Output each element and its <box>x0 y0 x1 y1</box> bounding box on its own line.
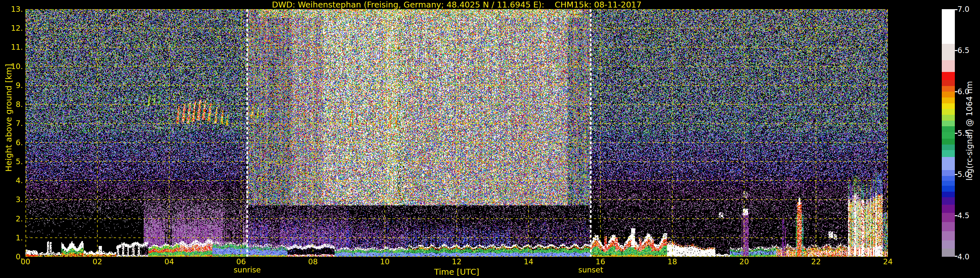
ceilometer-heatmap-canvas <box>25 9 888 257</box>
x-tick-label: 22 <box>802 257 830 266</box>
y-tick-label: 8. <box>0 100 23 109</box>
x-tick-label: 14 <box>515 257 542 266</box>
y-tick-label: 6. <box>0 138 23 147</box>
x-tick-label: 04 <box>156 257 183 266</box>
y-tick-label: 1. <box>0 233 23 242</box>
y-tick-label: 13. <box>0 5 23 13</box>
x-axis-label: Time [UTC] <box>434 267 479 277</box>
x-tick-label: 12 <box>443 257 470 266</box>
x-tick-label: 06 <box>228 257 255 266</box>
colorbar-canvas <box>942 9 958 257</box>
y-tick-label: 4. <box>0 176 23 185</box>
x-tick-label: 08 <box>299 257 327 266</box>
colorbar-tick-label: 4.0 <box>958 252 980 261</box>
x-tick-label: 18 <box>659 257 686 266</box>
y-tick-label: 7. <box>0 119 23 128</box>
sunset-annotation: sunset <box>578 265 603 274</box>
x-tick-label: 24 <box>874 257 902 266</box>
y-tick-label: 3. <box>0 195 23 204</box>
y-tick-label: 5. <box>0 157 23 166</box>
y-tick-label: 12. <box>0 24 23 32</box>
x-tick-label: 20 <box>730 257 758 266</box>
y-axis-label: Height above ground [km] <box>4 64 13 172</box>
x-tick-label: 10 <box>371 257 399 266</box>
x-tick-label: 00 <box>12 257 39 266</box>
y-tick-label: 2. <box>0 214 23 223</box>
x-tick-label: 02 <box>84 257 111 266</box>
x-tick-label: 16 <box>587 257 614 266</box>
colorbar-tick-label: 4.5 <box>958 211 980 220</box>
y-tick-label: 9. <box>0 81 23 89</box>
screenshot-root: DWD: Weihenstephan (Freising, Germany; 4… <box>0 0 980 278</box>
chart-title: DWD: Weihenstephan (Freising, Germany; 4… <box>25 0 888 10</box>
colorbar-tick-label: 6.5 <box>958 46 980 54</box>
colorbar-tick-label: 7.0 <box>958 5 980 13</box>
y-tick-label: 11. <box>0 43 23 51</box>
y-tick-label: 10. <box>0 62 23 71</box>
colorbar-axis-label: log(rc-signal) @ 1064 nm <box>965 81 974 181</box>
sunrise-annotation: sunrise <box>234 265 261 274</box>
